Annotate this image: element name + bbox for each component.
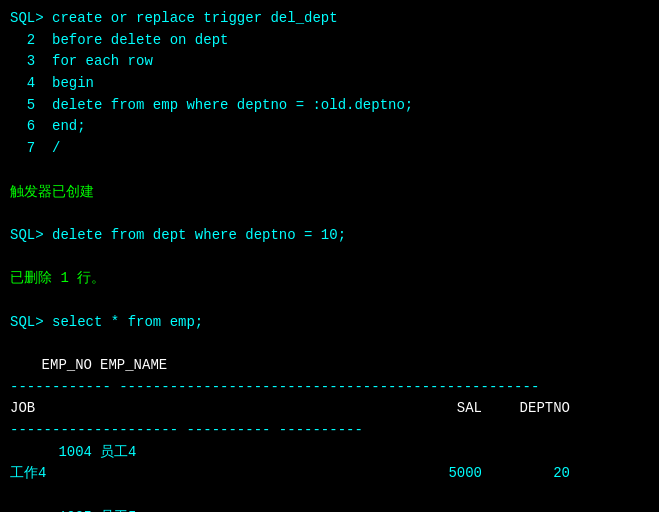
code-select: select * from emp; (52, 312, 203, 334)
blank-4 (10, 290, 649, 312)
delete-status: 已删除 1 行。 (10, 268, 649, 290)
line-2: 2 before delete on dept (10, 30, 649, 52)
blank-5 (10, 333, 649, 355)
table-header-row2: JOB SAL DEPTNO (10, 398, 649, 420)
code-7: 7 / (10, 138, 60, 160)
line-delete: SQL> delete from dept where deptno = 10; (10, 225, 649, 247)
row1-job: 工作4 (10, 463, 370, 485)
table-row-1-top: 1004 员工4 (10, 442, 649, 464)
code-5: 5 delete from emp where deptno = :old.de… (10, 95, 413, 117)
trigger-created-status: 触发器已创建 (10, 182, 649, 204)
line-1: SQL> create or replace trigger del_dept (10, 8, 649, 30)
table-row-2-top: 1005 员工5 (10, 507, 649, 512)
divider-text-2: -------------------- ---------- --------… (10, 420, 363, 442)
col-deptno-header: DEPTNO (490, 398, 570, 420)
code-1: create or replace trigger del_dept (52, 8, 338, 30)
divider-2: -------------------- ---------- --------… (10, 420, 649, 442)
table-header-row1: EMP_NO EMP_NAME (10, 355, 649, 377)
prompt-delete: SQL> (10, 225, 52, 247)
row1-empno: 1004 (10, 442, 100, 464)
col-job-header: JOB (10, 398, 370, 420)
row1-sal: 5000 (370, 463, 490, 485)
prompt-1: SQL> (10, 8, 52, 30)
trigger-created-text: 触发器已创建 (10, 182, 94, 204)
divider-text-1: ------------ ---------------------------… (10, 377, 539, 399)
col-empno-header: EMP_NO (10, 355, 100, 377)
code-2: 2 before delete on dept (10, 30, 228, 52)
delete-status-text: 已删除 1 行。 (10, 268, 105, 290)
line-5: 5 delete from emp where deptno = :old.de… (10, 95, 649, 117)
row2-empname: 员工5 (100, 507, 136, 512)
col-empname-header: EMP_NAME (100, 355, 300, 377)
blank-1 (10, 160, 649, 182)
line-select: SQL> select * from emp; (10, 312, 649, 334)
col-sal-header: SAL (370, 398, 490, 420)
divider-1: ------------ ---------------------------… (10, 377, 649, 399)
code-delete: delete from dept where deptno = 10; (52, 225, 346, 247)
line-7: 7 / (10, 138, 649, 160)
table-row-1-bottom: 工作4 5000 20 (10, 463, 649, 485)
prompt-select: SQL> (10, 312, 52, 334)
blank-2 (10, 203, 649, 225)
code-4: 4 begin (10, 73, 94, 95)
line-4: 4 begin (10, 73, 649, 95)
row1-deptno: 20 (490, 463, 570, 485)
blank-6 (10, 485, 649, 507)
line-6: 6 end; (10, 116, 649, 138)
code-6: 6 end; (10, 116, 86, 138)
line-3: 3 for each row (10, 51, 649, 73)
row2-empno: 1005 (10, 507, 100, 512)
blank-3 (10, 247, 649, 269)
row1-empname: 员工4 (100, 442, 136, 464)
terminal: SQL> create or replace trigger del_dept … (0, 0, 659, 512)
code-3: 3 for each row (10, 51, 153, 73)
